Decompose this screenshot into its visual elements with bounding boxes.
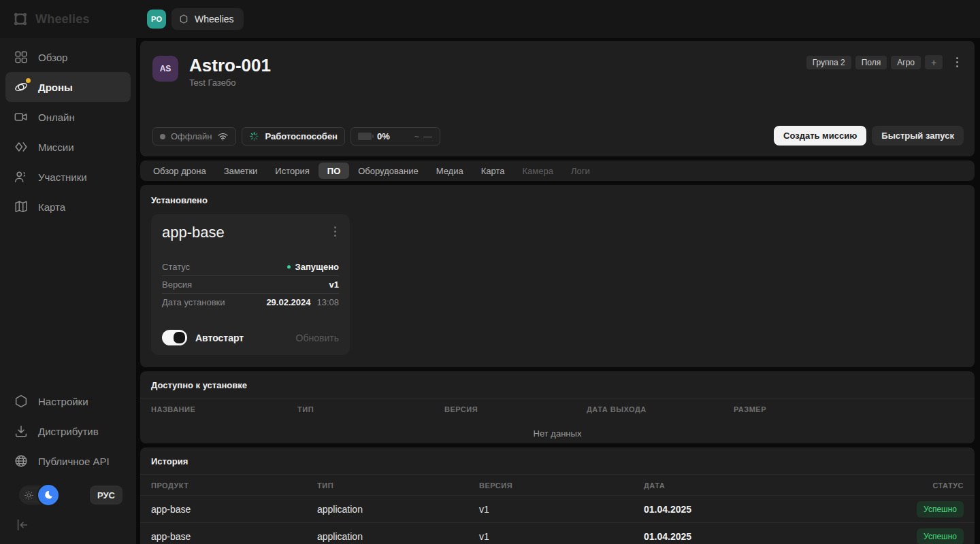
offline-dot-icon (160, 134, 165, 139)
installed-section: Установлено app-base Статус Запущено Вер… (140, 185, 975, 367)
tag[interactable]: Агро (891, 56, 921, 69)
tab-camera[interactable]: Камера (513, 163, 561, 179)
download-icon (14, 424, 29, 439)
health-status-label: Работоспособен (265, 131, 337, 141)
light-theme-icon[interactable] (19, 486, 38, 505)
tab-media[interactable]: Медиа (427, 163, 472, 179)
tab-drone-overview[interactable]: Обзор дрона (144, 163, 215, 179)
app-version-label: Версия (162, 279, 192, 290)
tab-map[interactable]: Карта (472, 163, 514, 179)
column-header: ДАТА (644, 481, 889, 490)
workspace-name: Wheelies (195, 14, 234, 24)
app-install-time-value: 13:08 (316, 297, 339, 307)
toggle-knob (174, 332, 185, 343)
history-section: История ПРОДУКТ ТИП ВЕРСИЯ ДАТА СТАТУС a… (140, 447, 975, 544)
sidebar-item-label: Публичное API (38, 456, 110, 467)
tab-equipment[interactable]: Оборудование (349, 163, 427, 179)
tag[interactable]: Поля (855, 56, 887, 69)
tag[interactable]: Группа 2 (806, 56, 851, 69)
main-content: AS Astro-001 Test Газебо Группа 2 Поля А… (140, 41, 975, 544)
app-install-date-row: Дата установки 29.02.202413:08 (162, 293, 339, 311)
column-header: РАЗМЕР (734, 405, 964, 413)
sidebar-item-online[interactable]: Онлайн (5, 102, 131, 132)
battery-status-chip: 0% ~ — (350, 127, 440, 146)
status-badge: Успешно (917, 501, 964, 517)
table-row[interactable]: app-base application v1 01.04.2025 Успеш… (140, 495, 975, 522)
topbar: Wheelies PO Wheelies (0, 0, 980, 38)
history-table-header: ПРОДУКТ ТИП ВЕРСИЯ ДАТА СТАТУС (140, 475, 975, 495)
brand-logo-icon (12, 11, 29, 27)
app-install-date-label: Дата установки (162, 297, 225, 307)
org-badge-button[interactable]: PO (147, 10, 166, 29)
theme-toggle[interactable] (19, 486, 59, 505)
available-table-header: НАЗВАНИЕ ТИП ВЕРСИЯ ДАТА ВЫХОДА РАЗМЕР (140, 398, 975, 419)
sidebar-item-distributive[interactable]: Дистрибутив (5, 416, 131, 446)
hexagon-settings-icon (14, 394, 29, 409)
available-section: Доступно к установке НАЗВАНИЕ ТИП ВЕРСИЯ… (140, 371, 975, 443)
column-header: ВЕРСИЯ (479, 481, 644, 490)
hexagon-icon (178, 14, 189, 24)
header-kebab-menu[interactable] (951, 54, 964, 70)
tab-notes[interactable]: Заметки (215, 163, 267, 179)
add-tag-button[interactable]: + (925, 55, 943, 69)
app-install-date-value: 29.02.2024 (266, 297, 310, 307)
tab-history[interactable]: История (266, 163, 318, 179)
cell-type: application (317, 504, 479, 515)
create-mission-button[interactable]: Создать миссию (774, 126, 866, 146)
collapse-sidebar-button[interactable] (14, 517, 31, 534)
sidebar-item-label: Дроны (38, 82, 73, 93)
sidebar-item-overview[interactable]: Обзор (5, 42, 131, 72)
battery-extra: ~ — (414, 131, 433, 141)
workspace-switcher[interactable]: Wheelies (172, 8, 244, 30)
app-status-row: Статус Запущено (162, 258, 339, 275)
sidebar-item-missions[interactable]: Миссии (5, 132, 131, 162)
connection-status-chip: Оффлайн (152, 127, 236, 146)
sidebar-item-label: Карта (38, 201, 65, 213)
sidebar-item-drones[interactable]: Дроны (5, 72, 131, 102)
connection-status-label: Оффлайн (171, 131, 212, 141)
history-section-title: История (151, 456, 964, 466)
sidebar-item-map[interactable]: Карта (5, 192, 131, 222)
app-status-value: Запущено (295, 262, 339, 272)
battery-icon (358, 133, 372, 140)
video-camera-icon (14, 109, 29, 124)
sidebar-item-label: Миссии (38, 141, 74, 153)
page-subtitle: Test Газебо (189, 78, 271, 88)
autostart-label: Автостарт (195, 333, 244, 343)
sidebar-item-public-api[interactable]: Публичное API (5, 446, 131, 476)
health-status-chip: Работоспособен (242, 127, 344, 146)
installed-section-title: Установлено (151, 195, 964, 205)
sidebar-item-settings[interactable]: Настройки (5, 386, 131, 416)
tabs-bar: Обзор дрона Заметки История ПО Оборудова… (140, 160, 975, 181)
autostart-toggle[interactable] (162, 330, 187, 345)
wifi-icon (217, 131, 229, 142)
globe-icon (14, 454, 29, 469)
cell-version: v1 (479, 531, 644, 542)
update-button[interactable]: Обновить (296, 333, 339, 343)
sidebar-item-label: Обзор (38, 52, 67, 63)
app-version-value: v1 (329, 279, 339, 290)
app-kebab-menu[interactable] (329, 224, 342, 239)
quick-launch-button[interactable]: Быстрый запуск (872, 126, 964, 146)
drone-avatar: AS (152, 56, 178, 82)
cell-product: app-base (151, 531, 317, 542)
brand-name: Wheelies (35, 12, 90, 27)
dark-theme-icon[interactable] (38, 485, 59, 505)
status-badge: Успешно (917, 528, 964, 544)
spinner-icon (249, 131, 259, 141)
sidebar-item-label: Дистрибутив (38, 426, 99, 437)
table-row[interactable]: app-base application v1 01.04.2025 Успеш… (140, 522, 975, 544)
column-header: ПРОДУКТ (151, 481, 317, 490)
language-button[interactable]: РУС (90, 486, 122, 505)
map-icon (14, 199, 29, 214)
available-section-title: Доступно к установке (151, 380, 964, 390)
cell-version: v1 (479, 504, 644, 515)
sidebar-item-members[interactable]: Участники (5, 162, 131, 192)
column-header: ВЕРСИЯ (444, 405, 587, 413)
tab-software[interactable]: ПО (318, 163, 349, 179)
app-status-label: Статус (162, 262, 190, 272)
column-header: ДАТА ВЫХОДА (587, 405, 734, 413)
tab-logs[interactable]: Логи (562, 163, 599, 179)
sidebar-item-label: Участники (38, 171, 87, 183)
sidebar-item-label: Онлайн (38, 112, 75, 123)
